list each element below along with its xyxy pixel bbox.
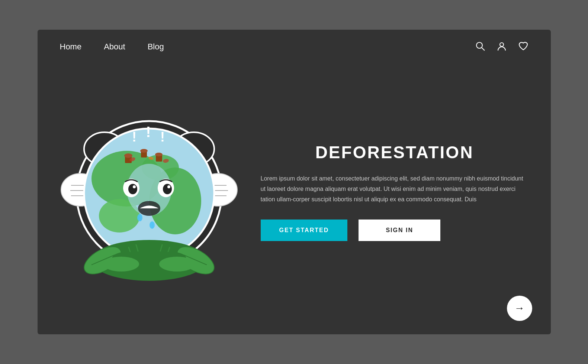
sign-in-button[interactable]: SIGN IN <box>359 220 440 241</box>
page-title: DEFORESTATION <box>261 142 528 162</box>
svg-line-1 <box>482 48 485 51</box>
svg-point-37 <box>124 153 132 158</box>
svg-point-25 <box>128 184 137 194</box>
svg-point-39 <box>140 149 148 153</box>
search-icon[interactable] <box>475 41 485 53</box>
user-icon[interactable] <box>497 41 507 53</box>
nav-icons <box>475 41 528 53</box>
svg-text:!: ! <box>132 129 136 144</box>
svg-point-59 <box>159 257 195 272</box>
right-content: DEFORESTATION Lorem ipsum dolor sit amet… <box>246 142 551 256</box>
nav-links: Home About Blog <box>60 42 164 52</box>
svg-point-0 <box>476 42 482 48</box>
svg-text:!: ! <box>160 129 165 144</box>
nav-home[interactable]: Home <box>60 42 82 52</box>
buttons-row: GET STARTED SIGN IN <box>261 220 528 241</box>
heart-icon[interactable] <box>518 41 528 53</box>
svg-point-58 <box>103 257 139 272</box>
svg-point-26 <box>133 185 136 188</box>
next-arrow-button[interactable]: → <box>507 296 532 321</box>
illustration: ! ! ! <box>38 93 246 305</box>
hero-description: Lorem ipsum dolor sit amet, consectetuer… <box>261 173 528 205</box>
nav-about[interactable]: About <box>104 42 125 52</box>
svg-point-29 <box>167 185 170 188</box>
content-area: ! ! ! <box>38 64 551 334</box>
get-started-button[interactable]: GET STARTED <box>261 220 348 241</box>
svg-text:!: ! <box>146 124 151 140</box>
nav-blog[interactable]: Blog <box>148 42 164 52</box>
main-card: Home About Blog <box>38 30 551 334</box>
svg-point-41 <box>155 153 163 156</box>
navbar: Home About Blog <box>38 30 551 64</box>
svg-point-28 <box>163 184 172 194</box>
svg-point-2 <box>500 43 504 46</box>
